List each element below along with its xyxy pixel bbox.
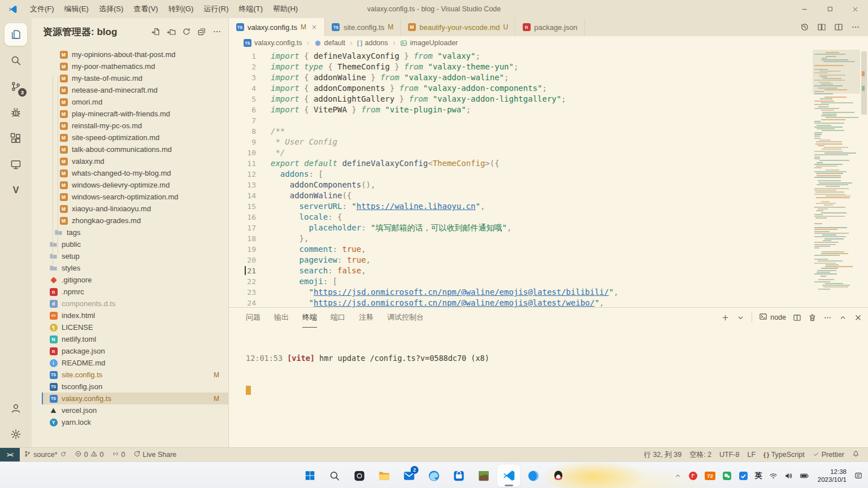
file-item-play-minecraft-with-friends.md[interactable]: Mplay-minecraft-with-friends.md: [42, 108, 228, 120]
file-item-components.d.ts[interactable]: dcomponents.d.ts: [42, 298, 228, 310]
start-button[interactable]: [298, 464, 322, 487]
new-terminal-button[interactable]: [721, 313, 730, 322]
tab-package.json[interactable]: npackage.json: [515, 18, 585, 36]
breadcrumb-item-imageUploader[interactable]: imageUploader: [399, 39, 459, 47]
scrollbar-thumb[interactable]: [861, 51, 867, 115]
breadcrumb-item-valaxy.config.ts[interactable]: TSvalaxy.config.ts: [242, 39, 303, 47]
editor-more-button[interactable]: [851, 23, 860, 32]
file-item-valaxy.md[interactable]: Mvalaxy.md: [42, 155, 228, 167]
breadcrumb-item-default[interactable]: default: [313, 39, 347, 47]
file-item-netease-and-minecraft.md[interactable]: Mnetease-and-minecraft.md: [42, 84, 228, 96]
volume-tray-icon[interactable]: [781, 472, 796, 480]
notification-center-button[interactable]: [851, 472, 866, 480]
file-item-my-taste-of-music.md[interactable]: Mmy-taste-of-music.md: [42, 72, 228, 84]
menu-终端(T)[interactable]: 终端(T): [233, 0, 268, 18]
file-item-vercel.json[interactable]: vercel.json: [42, 404, 228, 416]
split-terminal-button[interactable]: [793, 313, 801, 322]
tab-valaxy.config.ts[interactable]: TSvalaxy.config.tsM: [229, 18, 325, 36]
tab-beautify-your-vscode.md[interactable]: Mbeautify-your-vscode.mdU: [401, 18, 515, 36]
vscode-taskbar-button[interactable]: [497, 464, 520, 487]
terminal-output[interactable]: 12:01:53 [vite] hmr update /config.ts?v=…: [229, 327, 868, 417]
minimap[interactable]: [813, 50, 860, 307]
refresh-explorer-button[interactable]: [182, 27, 191, 36]
menu-查看(V)[interactable]: 查看(V): [128, 0, 163, 18]
file-item-public[interactable]: public: [42, 238, 228, 250]
file-item-setup[interactable]: setup: [42, 250, 228, 262]
accounts-icon[interactable]: [5, 397, 27, 420]
breadcrumb-item-addons[interactable]: [ ]addons: [356, 39, 389, 47]
cursor-position-status[interactable]: 行 32, 列 39: [640, 448, 685, 461]
file-item-windows-search-optimization.md[interactable]: Mwindows-search-optimization.md: [42, 191, 228, 203]
minecraft-button[interactable]: [472, 464, 496, 487]
live-share-status[interactable]: Live Share: [129, 448, 181, 461]
store-button[interactable]: [448, 464, 471, 487]
menu-转到(G)[interactable]: 转到(G): [163, 0, 199, 18]
panel-tab-端口[interactable]: 端口: [331, 308, 345, 328]
file-item-.npmrc[interactable]: n.npmrc: [42, 286, 228, 298]
file-item-reinstall-my-pc-os.md[interactable]: Mreinstall-my-pc-os.md: [42, 120, 228, 132]
file-item-README.md[interactable]: iREADME.md: [42, 357, 228, 369]
run-debug-view-icon[interactable]: [5, 101, 27, 124]
menu-运行(R)[interactable]: 运行(R): [198, 0, 233, 18]
problems-status[interactable]: 0 0: [71, 448, 108, 461]
file-item-omori.md[interactable]: Momori.md: [42, 96, 228, 108]
encoding-status[interactable]: UTF-8: [715, 448, 743, 461]
menu-编辑(E)[interactable]: 编辑(E): [59, 0, 94, 18]
new-folder-button[interactable]: [167, 27, 176, 36]
file-item-index.html[interactable]: <>index.html: [42, 310, 228, 321]
green-app-tray-button[interactable]: [719, 471, 735, 481]
file-item-.gitignore[interactable]: .gitignore: [42, 274, 228, 286]
ports-status[interactable]: 0: [108, 448, 129, 461]
minimize-button[interactable]: [792, 0, 817, 18]
tab-close-icon[interactable]: [311, 24, 318, 30]
file-item-windows-delievry-optimize.md[interactable]: Mwindows-delievry-optimize.md: [42, 179, 228, 191]
source-control-view-icon[interactable]: 3: [5, 75, 27, 98]
dark-app-button[interactable]: [348, 464, 371, 487]
split-editor-button[interactable]: [834, 23, 843, 32]
file-item-styles[interactable]: styles: [42, 262, 228, 274]
file-item-zhongkao-grades.md[interactable]: Mzhongkao-grades.md: [42, 215, 228, 226]
panel-tab-注释[interactable]: 注释: [359, 308, 374, 328]
search-view-icon[interactable]: [5, 49, 27, 72]
file-item-site-speed-optimization.md[interactable]: Msite-speed-optimization.md: [42, 132, 228, 143]
file-item-netlify.toml[interactable]: Nnetlify.toml: [42, 333, 228, 345]
maximize-button[interactable]: [817, 0, 843, 18]
qq-button[interactable]: [547, 464, 570, 487]
file-item-my-opinions-about-that-post.md[interactable]: Mmy-opinions-about-that-post.md: [42, 49, 228, 60]
file-item-yarn.lock[interactable]: Yyarn.lock: [42, 416, 228, 428]
open-changes-button[interactable]: [817, 23, 826, 32]
ime-indicator[interactable]: 英: [752, 470, 766, 481]
battery-tray-icon[interactable]: [796, 472, 813, 480]
notifications-bell[interactable]: [848, 448, 863, 461]
maximize-panel-button[interactable]: [839, 313, 847, 322]
close-panel-button[interactable]: [854, 313, 862, 322]
file-item-site.config.ts[interactable]: TSsite.config.tsM: [42, 369, 228, 381]
menu-帮助(H)[interactable]: 帮助(H): [268, 0, 303, 18]
file-item-my-poor-mathematics.md[interactable]: Mmy-poor-mathematics.md: [42, 60, 228, 72]
collapse-folders-button[interactable]: [197, 27, 206, 36]
file-item-tsconfig.json[interactable]: TStsconfig.json: [42, 381, 228, 393]
explorer-view-icon[interactable]: [5, 23, 27, 46]
panel-tab-终端[interactable]: 终端: [302, 308, 317, 328]
indentation-status[interactable]: 空格: 2: [685, 448, 715, 461]
menu-文件(F)[interactable]: 文件(F): [25, 0, 59, 18]
tray-overflow-button[interactable]: [671, 472, 685, 480]
eol-status[interactable]: LF: [743, 448, 760, 461]
terminal-launch-select[interactable]: [736, 313, 745, 322]
menu-选择(S)[interactable]: 选择(S): [94, 0, 128, 18]
language-status[interactable]: { } TypeScript: [760, 448, 809, 461]
mail-button[interactable]: 2: [398, 464, 421, 487]
terminal-profile[interactable]: node: [752, 312, 786, 323]
code-editor[interactable]: 1import { defineValaxyConfig } from "val…: [229, 50, 813, 307]
formatter-status[interactable]: Prettier: [809, 448, 848, 461]
wifi-tray-icon[interactable]: [766, 472, 781, 480]
file-item-talk-about-communications.md[interactable]: Mtalk-about-communications.md: [42, 143, 228, 155]
taskbar-clock[interactable]: 12:382023/10/1: [813, 468, 851, 483]
remote-indicator[interactable]: ><: [0, 448, 20, 461]
extensions-view-icon[interactable]: [5, 127, 27, 150]
panel-tab-调试控制台[interactable]: 调试控制台: [387, 308, 424, 328]
close-window-button[interactable]: [843, 0, 868, 18]
file-item-package.json[interactable]: npackage.json: [42, 345, 228, 357]
file-item-tags[interactable]: tags: [42, 226, 228, 238]
edge-browser-button[interactable]: [423, 464, 446, 487]
